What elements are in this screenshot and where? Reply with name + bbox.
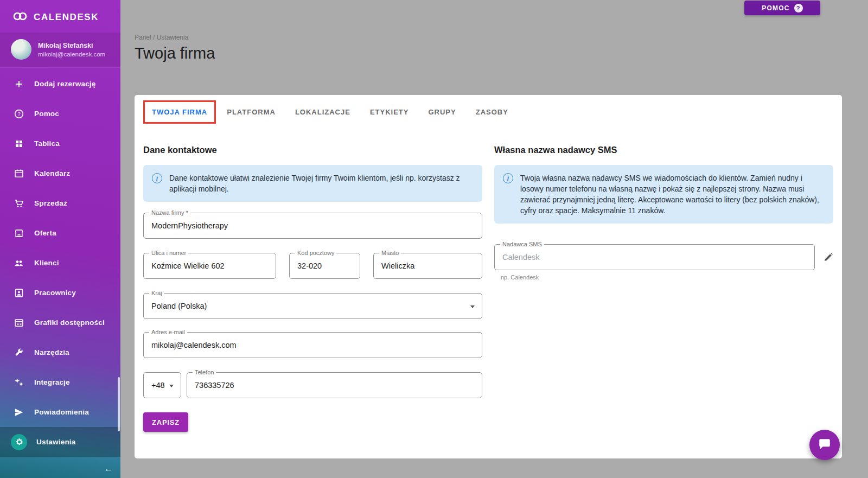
postal-code-field[interactable]: Kod pocztowy: [289, 253, 360, 279]
phone-field[interactable]: Telefon: [187, 372, 482, 398]
sidebar-item-powiadomienia[interactable]: Powiadomienia: [0, 397, 120, 427]
help-icon: ?: [13, 108, 25, 120]
chevron-down-icon: [470, 305, 475, 308]
contact-section: Dane kontaktowe i Dane kontaktowe ułatwi…: [143, 137, 482, 432]
email-field[interactable]: Adres e-mail: [143, 332, 482, 358]
avatar: [11, 39, 31, 60]
brand[interactable]: CALENDESK: [0, 0, 120, 33]
dashboard-icon: [13, 138, 25, 150]
street-input[interactable]: [144, 253, 276, 278]
tab-bar: TWOJA FIRMA PLATFORMA LOKALIZACJE ETYKIE…: [143, 95, 833, 129]
sms-sender-helper: np. Calendesk: [501, 274, 833, 281]
sidebar-item-dodaj-rezerwacje[interactable]: Dodaj rezerwację: [0, 69, 120, 99]
plus-icon: [13, 78, 25, 90]
storefront-icon: [13, 227, 25, 239]
tab-platforma[interactable]: PLATFORMA: [218, 100, 284, 124]
calendesk-logo-icon: [12, 11, 28, 24]
sms-info-box: i Twoja własna nazwa nadawcy SMS we wiad…: [494, 165, 833, 224]
sidebar-item-klienci[interactable]: Klienci: [0, 248, 120, 278]
sms-sender-input[interactable]: [495, 245, 814, 270]
tab-twoja-firma[interactable]: TWOJA FIRMA: [143, 100, 216, 124]
company-name-input[interactable]: [144, 213, 482, 238]
schedule-icon: [13, 317, 25, 329]
tab-lokalizacje[interactable]: LOKALIZACJE: [286, 100, 359, 124]
sidebar-item-grafiki-dostepnosci[interactable]: Grafiki dostępności: [0, 308, 120, 337]
sidebar-item-ustawienia[interactable]: Ustawienia: [0, 427, 120, 457]
settings-card: TWOJA FIRMA PLATFORMA LOKALIZACJE ETYKIE…: [135, 95, 842, 458]
brand-name: CALENDESK: [34, 12, 99, 23]
people-icon: [13, 257, 25, 269]
tab-zasoby[interactable]: ZASOBY: [467, 100, 517, 124]
sidebar-item-pracownicy[interactable]: Pracownicy: [0, 278, 120, 308]
main-content: Panel / Ustawienia Twoja firma TWOJA FIR…: [120, 0, 868, 478]
info-icon: i: [152, 173, 162, 183]
info-icon: i: [503, 173, 513, 183]
tab-etykiety[interactable]: ETYKIETY: [361, 100, 418, 124]
sms-heading: Własna nazwa nadawcy SMS: [494, 145, 833, 155]
phone-prefix-value: +48: [144, 373, 181, 398]
sms-sender-field[interactable]: Nadawca SMS: [494, 244, 815, 270]
sidebar-item-oferta[interactable]: Oferta: [0, 218, 120, 248]
sms-info-text: Twoja własna nazwa nadawcy SMS we wiadom…: [520, 173, 825, 216]
country-select[interactable]: Kraj Poland (Polska): [143, 293, 482, 319]
save-button[interactable]: ZAPISZ: [143, 412, 188, 432]
sidebar-collapse-icon[interactable]: ←: [104, 464, 113, 474]
send-icon: [13, 406, 25, 418]
phone-prefix-select[interactable]: +48: [143, 372, 181, 398]
phone-input[interactable]: [187, 373, 482, 398]
city-field[interactable]: Miasto: [373, 253, 482, 279]
street-field[interactable]: Ulica i numer: [143, 253, 276, 279]
edit-icon[interactable]: [822, 252, 833, 263]
user-profile[interactable]: Mikołaj Stefański mikolaj@calendesk.com: [0, 33, 120, 68]
chevron-down-icon: [169, 385, 174, 387]
sidebar-scrollbar-thumb[interactable]: [118, 377, 120, 431]
sidebar-item-integracje[interactable]: Integracje: [0, 367, 120, 397]
chat-fab[interactable]: [809, 430, 840, 460]
sidebar: CALENDESK Mikołaj Stefański mikolaj@cale…: [0, 0, 120, 478]
contact-info-text: Dane kontaktowe ułatwi znalezienie Twoje…: [169, 173, 474, 194]
breadcrumb[interactable]: Panel / Ustawienia: [135, 34, 188, 41]
svg-text:?: ?: [17, 111, 20, 117]
sidebar-item-narzedzia[interactable]: Narzędzia: [0, 337, 120, 367]
country-value: Poland (Polska): [144, 294, 482, 318]
badge-icon: [13, 287, 25, 299]
gear-icon: [11, 434, 27, 450]
sidebar-nav: Dodaj rezerwację ? Pomoc Tablica Kalenda…: [0, 69, 120, 457]
calendar-icon: [13, 168, 25, 180]
page-title: Twoja firma: [135, 44, 215, 62]
company-name-field[interactable]: Nazwa firmy *: [143, 213, 482, 239]
tab-grupy[interactable]: GRUPY: [419, 100, 464, 124]
tools-icon: [13, 347, 25, 359]
sidebar-item-kalendarz[interactable]: Kalendarz: [0, 158, 120, 188]
city-input[interactable]: [374, 253, 482, 278]
sidebar-item-pomoc[interactable]: ? Pomoc: [0, 99, 120, 129]
user-email: mikolaj@calendesk.com: [38, 51, 105, 58]
sms-section: Własna nazwa nadawcy SMS i Twoja własna …: [494, 137, 833, 432]
integrations-icon: [13, 377, 25, 388]
sidebar-item-sprzedaz[interactable]: Sprzedaż: [0, 188, 120, 218]
postal-code-input[interactable]: [290, 253, 360, 278]
email-input[interactable]: [144, 333, 482, 358]
user-name: Mikołaj Stefański: [38, 42, 105, 49]
chat-bubble-icon: [818, 437, 832, 453]
sidebar-item-tablica[interactable]: Tablica: [0, 129, 120, 158]
cart-icon: [13, 197, 25, 209]
contact-info-box: i Dane kontaktowe ułatwi znalezienie Two…: [143, 165, 482, 202]
contact-heading: Dane kontaktowe: [143, 145, 482, 155]
